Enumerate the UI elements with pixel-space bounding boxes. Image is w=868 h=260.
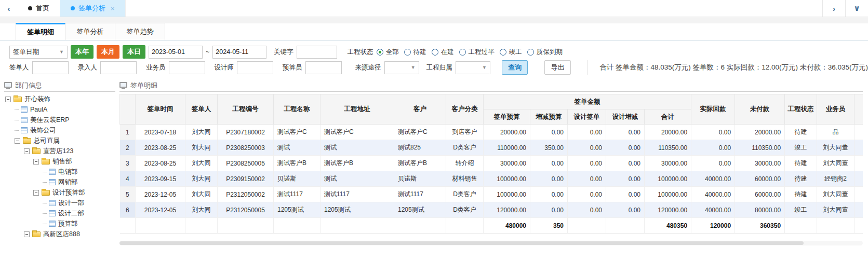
tree-node-设计预算部[interactable]: 设计预算部 <box>4 187 115 198</box>
table-row[interactable]: 22023-08-25刘大同P2308250003测试测试测试825D类客户11… <box>120 140 863 156</box>
table-cell: 刘大同董 <box>817 202 854 218</box>
table-row[interactable]: 62023-12-05刘大同P23120500051205测试1205测试120… <box>120 202 863 218</box>
main-area: 部门信息 开心装饰PaulA美佳云装ERP装饰公司总司直属直营店123销售部电销… <box>0 77 868 257</box>
tree-node-label: 总司直属 <box>34 136 60 145</box>
field-input-业务员[interactable] <box>169 61 205 74</box>
page-tab-签单趋势[interactable]: 签单趋势 <box>115 23 165 40</box>
quick-button-本年[interactable]: 本年 <box>71 45 94 59</box>
horizontal-scrollbar[interactable] <box>119 241 863 245</box>
table-cell: 110000.00 <box>484 140 530 156</box>
table-cell: P2308250003 <box>218 140 274 156</box>
radio-label: 在建 <box>441 48 454 57</box>
tree-expand-icon[interactable] <box>15 138 20 144</box>
table-row[interactable]: 52023-12-05刘大同P2312050002测试1117测试1117测试1… <box>120 187 863 202</box>
date-type-select[interactable]: 签单日期 ▼ <box>9 46 68 59</box>
table-row[interactable]: 12023-07-18刘大同P2307180002测试客户C测试客户C测试客户C… <box>120 125 863 140</box>
query-button[interactable]: 查询 <box>502 60 528 75</box>
tree-node-高新区店888[interactable]: 高新区店888 <box>4 229 115 239</box>
department-tree: 开心装饰PaulA美佳云装ERP装饰公司总司直属直营店123销售部电销部网销部设… <box>4 94 115 239</box>
field-input-设计师[interactable] <box>237 61 273 74</box>
scrollbar-thumb[interactable] <box>119 241 804 245</box>
table-cell: 刘大同 <box>854 125 863 140</box>
person-filter-fields: 签单人录入人业务员设计师预算员 <box>9 61 348 74</box>
tree-node-总司直属[interactable]: 总司直属 <box>4 135 115 146</box>
tree-expand-icon[interactable] <box>5 97 11 102</box>
field-input-签单人[interactable] <box>32 61 69 74</box>
tree-node-直营店123[interactable]: 直营店123 <box>4 146 115 156</box>
table-cell: 刘大同董 <box>817 140 854 156</box>
table-cell: 陈红 <box>854 202 863 218</box>
page-tab-签单明细[interactable]: 签单明细 <box>16 23 65 40</box>
tree-node-设计一部[interactable]: 设计一部 <box>4 198 115 208</box>
quick-button-本日[interactable]: 本日 <box>123 45 145 59</box>
table-cell: 测试 <box>321 171 394 187</box>
tree-node-电销部[interactable]: 电销部 <box>4 167 115 177</box>
date-to-input[interactable] <box>212 46 266 59</box>
tree-node-设计二部[interactable]: 设计二部 <box>4 208 115 218</box>
window-tab-首页[interactable]: 首页 <box>18 0 60 17</box>
tree-expand-icon[interactable] <box>33 190 39 196</box>
tree-line <box>43 213 47 214</box>
page-tab-签单分析[interactable]: 签单分析 <box>65 23 115 40</box>
tree-node-美佳云装ERP[interactable]: 美佳云装ERP <box>4 115 115 125</box>
table-row[interactable]: 32023-08-25刘大同P2308250005测试客户B测试客户B测试客户B… <box>120 156 863 171</box>
folder-icon <box>42 190 50 196</box>
table-cell: 120000.00 <box>484 202 530 218</box>
table-cell: 40000.00 <box>691 187 735 202</box>
field-input-录入人[interactable] <box>100 61 137 74</box>
table-cell: 到店客户 <box>446 125 484 140</box>
tree-node-预算部[interactable]: 预算部 <box>4 218 115 229</box>
tree-node-开心装饰[interactable]: 开心装饰 <box>4 94 115 104</box>
status-radio-全部[interactable]: 全部 <box>377 48 399 57</box>
window-tab-签单分析[interactable]: 签单分析× <box>60 0 126 17</box>
column-header-客户分类: 客户分类 <box>446 94 484 125</box>
status-radio-待建[interactable]: 待建 <box>404 48 426 57</box>
tree-expand-icon[interactable] <box>33 159 39 165</box>
status-radio-在建[interactable]: 在建 <box>432 48 454 57</box>
table-cell: 刘青 <box>854 171 863 187</box>
tree-expand-icon[interactable] <box>24 231 30 237</box>
quick-button-本月[interactable]: 本月 <box>97 45 119 59</box>
radio-icon <box>527 49 534 56</box>
close-icon[interactable]: × <box>111 5 115 12</box>
tree-node-装饰公司[interactable]: 装饰公司 <box>4 125 115 135</box>
keyword-input[interactable] <box>297 46 337 59</box>
row-number: 4 <box>120 171 136 187</box>
table-cell: 测试 <box>321 140 394 156</box>
table-cell: 60000.00 <box>735 187 785 202</box>
status-radio-工程过半[interactable]: 工程过半 <box>459 48 495 57</box>
table-cell: 测试客户C <box>274 125 321 140</box>
table-cell: 0.00 <box>568 187 606 202</box>
table-cell: 0.00 <box>530 202 568 218</box>
tabs-back-icon[interactable]: ‹ <box>0 0 18 17</box>
table-cell: 30000.00 <box>645 156 691 171</box>
column-header-签单时间: 签单时间 <box>136 94 185 125</box>
tree-node-PaulA[interactable]: PaulA <box>4 104 115 115</box>
table-cell: 刘大同 <box>185 171 218 187</box>
folder-icon <box>42 159 50 165</box>
tabs-forward-icon[interactable]: › <box>822 0 845 17</box>
status-label: 工程状态 <box>348 48 373 57</box>
tree-node-网销部[interactable]: 网销部 <box>4 177 115 187</box>
tree-expand-icon[interactable] <box>24 148 30 154</box>
status-radio-竣工[interactable]: 竣工 <box>500 48 522 57</box>
tree-node-销售部[interactable]: 销售部 <box>4 156 115 167</box>
tree-node-label: 直营店123 <box>43 147 73 156</box>
monitor-icon <box>119 82 127 88</box>
source-select[interactable]: ▼ <box>384 61 419 74</box>
table-row[interactable]: 42023-09-15刘大同P2309150002贝诺斯测试贝诺斯材料销售100… <box>120 171 863 187</box>
field-label-业务员: 业务员 <box>146 63 166 72</box>
department-icon <box>49 210 56 216</box>
export-button[interactable]: 导出 <box>544 60 571 75</box>
tabs-collapse-icon[interactable]: ∨ <box>845 0 868 17</box>
table-cell: 0.00 <box>568 171 606 187</box>
belong-select[interactable]: ▼ <box>456 61 490 74</box>
column-header-工程名称: 工程名称 <box>274 94 321 125</box>
field-input-预算员[interactable] <box>305 61 342 74</box>
date-from-input[interactable] <box>149 46 203 59</box>
status-radio-质保到期[interactable]: 质保到期 <box>527 48 563 57</box>
table-cell: 100000.00 <box>484 171 530 187</box>
table-cell: 待建 <box>785 156 817 171</box>
table-cell: 刘大同董 <box>817 187 854 202</box>
chevron-down-icon: ▼ <box>482 65 487 70</box>
